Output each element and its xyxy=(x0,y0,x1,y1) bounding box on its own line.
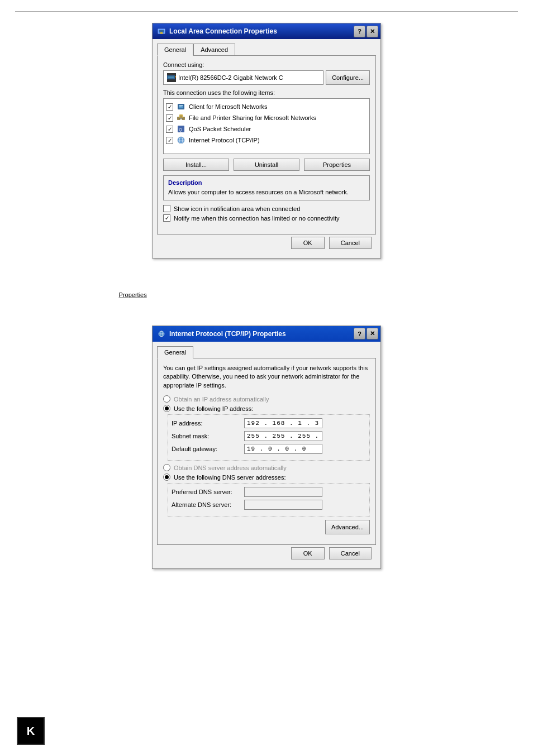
underlined-text: Properties xyxy=(119,291,147,298)
tab2-general[interactable]: General xyxy=(157,346,193,358)
cancel-button[interactable]: Cancel xyxy=(329,237,372,249)
uninstall-button[interactable]: Uninstall xyxy=(234,159,299,171)
use-ip-label: Use the following IP address: xyxy=(174,405,253,412)
tab-general[interactable]: General xyxy=(157,44,193,56)
subnet-row: Subnet mask: xyxy=(172,431,366,441)
svg-text:Q: Q xyxy=(179,127,182,132)
local-area-connection-dialog: Local Area Connection Properties ? ✕ Gen… xyxy=(152,23,381,259)
connect-using-row: Intel(R) 82566DC-2 Gigabit Network C Con… xyxy=(163,70,370,85)
ip-address-input[interactable] xyxy=(244,418,322,428)
advanced-btn-container: Advanced... xyxy=(163,520,370,534)
radio-use-ip[interactable] xyxy=(163,405,170,412)
use-dns-label: Use the following DNS server addresses: xyxy=(174,474,286,481)
install-button[interactable]: Install... xyxy=(163,159,229,171)
tabs-container: General Advanced xyxy=(157,44,376,55)
adapter-name: Intel(R) 82566DC-2 Gigabit Network C xyxy=(178,74,283,81)
qos-icon: Q xyxy=(177,125,185,133)
svg-rect-11 xyxy=(179,107,182,107)
middle-text-3 xyxy=(102,299,448,309)
tcpip-title-icon xyxy=(157,329,166,338)
close-button[interactable]: ✕ xyxy=(367,26,378,37)
list-item[interactable]: Q QoS Packet Scheduler xyxy=(166,123,367,135)
bottom-checkboxes: Show icon in notification area when conn… xyxy=(163,205,370,222)
tcpip-icon xyxy=(177,136,185,145)
list-item[interactable]: Client for Microsoft Networks xyxy=(166,101,367,112)
middle-section: Properties xyxy=(85,281,448,309)
checkbox-qos[interactable] xyxy=(166,126,173,133)
titlebar2-left: Internet Protocol (TCP/IP) Properties xyxy=(157,329,286,338)
svg-rect-3 xyxy=(160,34,163,34)
dialog2-title: Internet Protocol (TCP/IP) Properties xyxy=(169,330,286,338)
show-icon-label: Show icon in notification area when conn… xyxy=(174,205,300,212)
use-dns-row[interactable]: Use the following DNS server addresses: xyxy=(163,473,370,481)
svg-rect-5 xyxy=(168,76,174,78)
alternate-dns-row: Alternate DNS server: xyxy=(172,500,366,510)
close-button-2[interactable]: ✕ xyxy=(367,328,378,339)
titlebar-left: Local Area Connection Properties xyxy=(157,27,277,36)
checkbox-tcpip[interactable] xyxy=(166,137,173,144)
page-container: Local Area Connection Properties ? ✕ Gen… xyxy=(0,0,533,756)
preferred-dns-label: Preferred DNS server: xyxy=(172,489,244,495)
properties-button[interactable]: Properties xyxy=(304,159,370,171)
dialog1-titlebar: Local Area Connection Properties ? ✕ xyxy=(153,23,380,39)
dialog1-content: General Advanced Connect using: xyxy=(153,39,380,258)
radio-obtain-ip[interactable] xyxy=(163,395,170,403)
list-item[interactable]: File and Printer Sharing for Microsoft N… xyxy=(166,112,367,123)
advanced-button[interactable]: Advanced... xyxy=(325,520,370,534)
preferred-dns-input[interactable] xyxy=(244,487,322,497)
checkbox-notify[interactable] xyxy=(163,214,170,222)
description-box: Description Allows your computer to acce… xyxy=(163,175,370,200)
description-text: Allows your computer to access resources… xyxy=(168,188,365,197)
notify-row[interactable]: Notify me when this connection has limit… xyxy=(163,214,370,222)
ok-button-2[interactable]: OK xyxy=(291,547,325,559)
dns-fields-section: Preferred DNS server: Alternate DNS serv… xyxy=(168,483,370,516)
preferred-dns-row: Preferred DNS server: xyxy=(172,487,366,497)
configure-button[interactable]: Configure... xyxy=(326,70,370,85)
alternate-dns-input[interactable] xyxy=(244,500,322,510)
info-text: You can get IP settings assigned automat… xyxy=(163,364,370,390)
svg-rect-2 xyxy=(160,32,163,34)
svg-rect-6 xyxy=(175,76,176,77)
connect-using-group: Connect using: Intel(R xyxy=(163,61,370,85)
items-group: This connection uses the following items… xyxy=(163,89,370,154)
middle-text-2: Properties xyxy=(102,290,448,300)
default-gateway-label: Default gateway: xyxy=(172,446,244,452)
default-gateway-input[interactable] xyxy=(244,444,322,454)
connect-using-label: Connect using: xyxy=(163,61,370,68)
help-button[interactable]: ? xyxy=(354,26,365,37)
show-icon-row[interactable]: Show icon in notification area when conn… xyxy=(163,205,370,212)
svg-rect-1 xyxy=(159,30,164,32)
use-ip-row[interactable]: Use the following IP address: xyxy=(163,405,370,412)
bottom-logo-area: K xyxy=(17,717,45,745)
items-list: Client for Microsoft Networks xyxy=(163,98,370,154)
items-label: This connection uses the following items… xyxy=(163,89,370,96)
dialog2-content: General You can get IP settings assigned… xyxy=(153,342,380,568)
radio-obtain-dns[interactable] xyxy=(163,464,170,471)
subnet-mask-input[interactable] xyxy=(244,431,322,441)
checkbox-client[interactable] xyxy=(166,103,173,111)
ok-button[interactable]: OK xyxy=(291,237,325,249)
obtain-ip-row[interactable]: Obtain an IP address automatically xyxy=(163,395,370,403)
tab-advanced[interactable]: Advanced xyxy=(193,44,235,55)
obtain-dns-row[interactable]: Obtain DNS server address automatically xyxy=(163,464,370,471)
checkbox-show-icon[interactable] xyxy=(163,205,170,212)
item-label-tcpip: Internet Protocol (TCP/IP) xyxy=(189,137,260,143)
cancel-button-2[interactable]: Cancel xyxy=(329,547,372,559)
svg-rect-7 xyxy=(175,78,176,78)
adapter-icon xyxy=(167,73,176,82)
item-label-sharing: File and Printer Sharing for Microsoft N… xyxy=(189,114,316,121)
network-icon xyxy=(157,27,166,36)
radio-use-dns[interactable] xyxy=(163,473,170,481)
gateway-row: Default gateway: xyxy=(172,444,366,454)
dialog1-title: Local Area Connection Properties xyxy=(169,27,277,35)
list-item[interactable]: Internet Protocol (TCP/IP) xyxy=(166,135,367,146)
subnet-mask-label: Subnet mask: xyxy=(172,433,244,439)
dialog2-titlebar: Internet Protocol (TCP/IP) Properties ? … xyxy=(153,326,380,342)
checkbox-sharing[interactable] xyxy=(166,114,173,122)
item-label-client: Client for Microsoft Networks xyxy=(189,103,268,110)
tcpip-dialog: Internet Protocol (TCP/IP) Properties ? … xyxy=(152,326,381,569)
logo-text: K xyxy=(27,725,35,738)
titlebar-buttons: ? ✕ xyxy=(354,26,378,37)
help-button-2[interactable]: ? xyxy=(354,328,365,339)
top-rule xyxy=(15,11,518,12)
